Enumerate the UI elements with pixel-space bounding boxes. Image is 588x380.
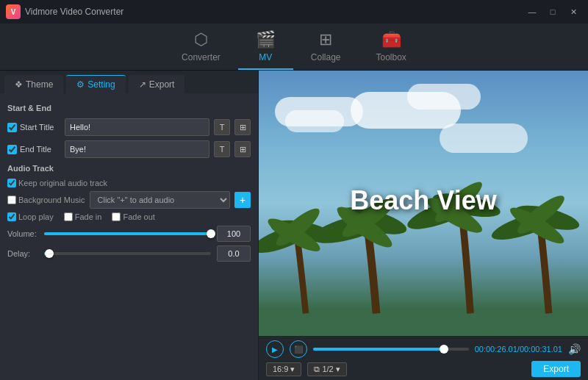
nav-toolbox[interactable]: 🧰 Toolbox xyxy=(359,24,424,70)
start-title-font-btn[interactable]: T xyxy=(214,119,230,135)
fade-out-label[interactable]: Fade out xyxy=(112,212,154,221)
start-title-grid-btn[interactable]: ⊞ xyxy=(234,119,251,135)
app-icon: V xyxy=(6,4,21,19)
volume-input[interactable] xyxy=(217,226,251,242)
collage-icon: ⊞ xyxy=(319,30,332,49)
volume-row: Volume: xyxy=(7,226,251,242)
fade-in-label[interactable]: Fade in xyxy=(64,212,102,221)
clip-icon: ⧉ xyxy=(314,365,320,374)
end-title-input[interactable] xyxy=(65,140,209,158)
bg-music-text: Background Music xyxy=(18,196,85,204)
fade-out-checkbox[interactable] xyxy=(112,212,121,221)
subtabs: ❖ Theme ⚙ Setting ↗ Export xyxy=(0,71,258,93)
fade-in-checkbox[interactable] xyxy=(64,212,73,221)
tab-export[interactable]: ↗ Export xyxy=(129,75,185,93)
end-title-checkbox[interactable] xyxy=(7,145,17,154)
nav-mv-label: MV xyxy=(259,52,272,62)
clip-count-label: 1/2 xyxy=(322,365,333,373)
toolbox-icon: 🧰 xyxy=(381,30,401,49)
player-bar: ▶ ⬛ 00:00:26.01/00:00:31.01 🔊 16:9 ▾ ⧉ xyxy=(259,336,588,380)
top-navigation: ⬡ Converter 🎬 MV ⊞ Collage 🧰 Toolbox xyxy=(0,24,588,71)
nav-converter-label: Converter xyxy=(182,52,220,62)
delay-slider[interactable] xyxy=(44,252,211,255)
loop-fade-row: Loop play Fade in Fade out xyxy=(7,212,251,221)
stop-button[interactable]: ⬛ xyxy=(290,340,307,358)
bg-music-checkbox[interactable] xyxy=(7,196,16,204)
clip-chevron: ▾ xyxy=(336,365,340,374)
volume-slider[interactable] xyxy=(44,232,211,235)
ratio-button[interactable]: 16:9 ▾ xyxy=(266,362,301,376)
right-panel: Beach View ▶ ⬛ 00:00:26.01/00:00:31.01 🔊… xyxy=(259,71,588,380)
delay-input[interactable] xyxy=(217,245,251,262)
nav-converter[interactable]: ⬡ Converter xyxy=(164,24,238,70)
end-title-label: End Title xyxy=(20,145,51,154)
start-title-checkbox[interactable] xyxy=(7,123,17,132)
loop-play-checkbox[interactable] xyxy=(7,212,16,221)
converter-icon: ⬡ xyxy=(194,30,208,49)
export-button[interactable]: Export xyxy=(531,361,581,377)
fade-out-text: Fade out xyxy=(123,212,154,221)
loop-play-label[interactable]: Loop play xyxy=(7,212,54,221)
cloud-5 xyxy=(440,123,528,153)
time-display: 00:00:26.01/00:00:31.01 xyxy=(475,345,562,354)
play-button[interactable]: ▶ xyxy=(266,340,284,358)
delay-row: Delay: xyxy=(7,245,251,262)
clip-count-button[interactable]: ⧉ 1/2 ▾ xyxy=(307,362,346,376)
loop-play-text: Loop play xyxy=(18,212,54,221)
keep-original-label[interactable]: Keep original audio track xyxy=(7,179,107,187)
tab-theme-label: Theme xyxy=(26,79,53,90)
minimize-button[interactable]: — xyxy=(523,4,541,19)
video-preview: Beach View xyxy=(259,71,588,336)
end-title-grid-btn[interactable]: ⊞ xyxy=(234,141,251,157)
theme-icon: ❖ xyxy=(15,79,23,90)
end-title-font-btn[interactable]: T xyxy=(214,141,230,157)
nav-collage[interactable]: ⊞ Collage xyxy=(293,24,359,70)
volume-label: Volume: xyxy=(7,229,38,238)
end-title-row: End Title T ⊞ xyxy=(7,140,251,158)
nav-toolbox-label: Toolbox xyxy=(376,52,406,62)
volume-icon[interactable]: 🔊 xyxy=(568,343,581,355)
setting-icon: ⚙ xyxy=(76,79,85,90)
controls-row: 16:9 ▾ ⧉ 1/2 ▾ Export xyxy=(266,361,581,377)
titlebar-left: V Vidmore Video Converter xyxy=(6,4,123,19)
bg-music-label[interactable]: Background Music xyxy=(7,196,85,204)
left-panel: ❖ Theme ⚙ Setting ↗ Export Start & End S… xyxy=(0,71,259,380)
tab-theme[interactable]: ❖ Theme xyxy=(4,75,63,93)
progress-thumb[interactable] xyxy=(440,345,448,354)
ratio-label: 16:9 xyxy=(273,365,288,373)
tab-export-label: Export xyxy=(149,79,175,90)
titlebar-controls: — □ ✕ xyxy=(523,4,582,19)
start-title-checkbox-label[interactable]: Start Title xyxy=(7,123,60,132)
end-title-checkbox-label[interactable]: End Title xyxy=(7,145,60,154)
tab-setting[interactable]: ⚙ Setting xyxy=(66,75,125,93)
cloud-2 xyxy=(285,110,344,132)
tab-setting-label: Setting xyxy=(87,79,115,90)
keep-original-text: Keep original audio track xyxy=(18,179,107,187)
progress-fill xyxy=(313,348,444,351)
keep-original-checkbox[interactable] xyxy=(7,179,16,187)
section-start-end: Start & End xyxy=(7,104,251,112)
ratio-chevron: ▾ xyxy=(290,365,295,374)
palm-trees-svg xyxy=(259,150,588,336)
fade-in-text: Fade in xyxy=(75,212,102,221)
delay-label: Delay: xyxy=(7,249,38,258)
add-audio-btn[interactable]: + xyxy=(234,192,251,208)
start-title-label: Start Title xyxy=(20,123,54,132)
main-area: ❖ Theme ⚙ Setting ↗ Export Start & End S… xyxy=(0,71,588,380)
progress-row: ▶ ⬛ 00:00:26.01/00:00:31.01 🔊 xyxy=(266,340,581,358)
start-title-input[interactable] xyxy=(65,118,209,136)
preview-title: Beach View xyxy=(350,184,496,215)
progress-bar[interactable] xyxy=(313,348,469,351)
nav-collage-label: Collage xyxy=(311,52,341,62)
nav-mv[interactable]: 🎬 MV xyxy=(238,24,293,70)
bg-music-row: Background Music Click "+" to add audio … xyxy=(7,191,251,209)
close-button[interactable]: ✕ xyxy=(564,4,582,19)
export-icon: ↗ xyxy=(139,79,146,90)
cloud-4 xyxy=(407,84,481,110)
titlebar: V Vidmore Video Converter — □ ✕ xyxy=(0,0,588,24)
keep-original-row: Keep original audio track xyxy=(7,179,251,187)
app-title: Vidmore Video Converter xyxy=(25,7,123,17)
settings-content: Start & End Start Title T ⊞ End Title T … xyxy=(0,93,258,380)
audio-dropdown[interactable]: Click "+" to add audio xyxy=(90,191,231,209)
maximize-button[interactable]: □ xyxy=(544,4,562,19)
